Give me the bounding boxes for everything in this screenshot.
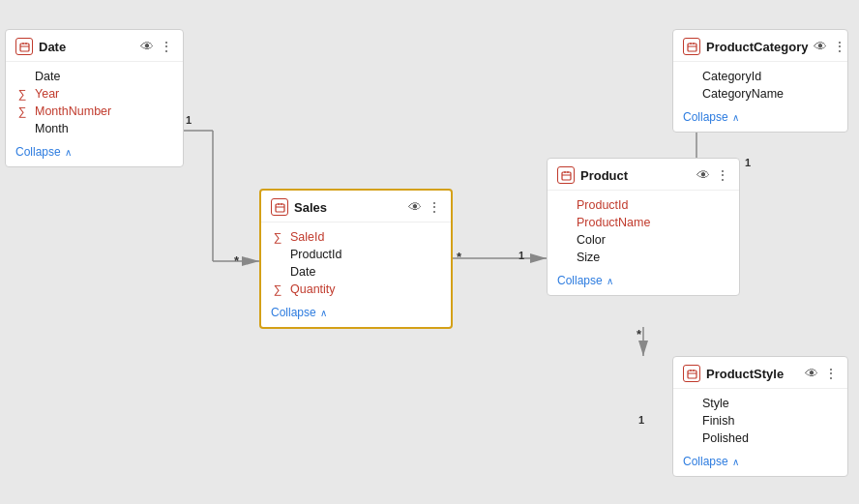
product-table-icon [557,166,575,184]
sales-table: Sales 👁 ⋮ ∑ SaleId ProductId Date ∑ Quan… [259,189,453,329]
date-collapse-link[interactable]: Collapse ∧ [6,141,183,166]
product-more-icon[interactable]: ⋮ [716,167,729,183]
product-category-field-categoryname-name: CategoryName [702,87,838,101]
product-collapse-chevron: ∧ [607,276,613,286]
date-collapse-chevron: ∧ [65,147,72,158]
date-table-title: Date [39,40,134,54]
product-style-field-polished-name: Polished [702,431,838,445]
product-category-field-categoryid: CategoryId [673,68,847,85]
product-style-field-finish: Finish [673,412,847,430]
product-style-table: ProductStyle 👁 ⋮ Style Finish Polished C… [672,356,848,477]
product-style-table-title: ProductStyle [706,367,799,381]
sales-table-title: Sales [294,200,402,215]
product-style-table-icon [683,365,700,382]
product-style-eye-icon[interactable]: 👁 [805,366,818,381]
product-style-field-style: Style [673,395,847,412]
product-style-field-polished: Polished [673,430,847,447]
svg-rect-12 [20,44,29,51]
product-field-color-name: Color [577,233,729,247]
sales-collapse-chevron: ∧ [320,308,327,318]
connector-label-style-1: 1 [638,414,644,426]
product-style-field-list: Style Finish Polished [673,389,847,451]
product-category-field-categoryid-name: CategoryId [702,70,838,83]
sales-header-actions: 👁 ⋮ [408,199,441,215]
sales-more-icon[interactable]: ⋮ [428,199,441,215]
date-field-month: Month [6,120,183,137]
product-category-table-header: ProductCategory 👁 ⋮ [673,30,847,62]
connector-label-sales-p-star: * [457,250,461,264]
date-table: Date 👁 ⋮ Date ∑ Year ∑ MonthNumber Month [5,29,184,167]
product-style-table-header: ProductStyle 👁 ⋮ [673,357,847,389]
connector-label-product-1: 1 [518,250,524,261]
date-field-list: Date ∑ Year ∑ MonthNumber Month [6,62,183,141]
product-category-sigma-categoryname [683,87,696,101]
product-eye-icon[interactable]: 👁 [696,167,710,183]
product-field-productname: ProductName [548,214,739,231]
product-field-productname-name: ProductName [577,216,729,229]
date-collapse-label: Collapse [15,145,61,159]
date-field-year-name: Year [35,87,173,101]
sales-sigma-productid-placeholder [271,248,284,261]
sales-field-productid-name: ProductId [290,248,441,261]
sales-table-header: Sales 👁 ⋮ [261,191,451,222]
product-category-header-actions: 👁 ⋮ [814,39,846,54]
product-field-size: Size [548,249,739,266]
product-style-more-icon[interactable]: ⋮ [824,366,838,381]
product-category-collapse-link[interactable]: Collapse ∧ [673,106,847,132]
product-category-table-icon [683,38,700,55]
date-field-month-name: Month [35,122,173,135]
product-category-field-categoryname: CategoryName [673,85,847,103]
sales-field-list: ∑ SaleId ProductId Date ∑ Quantity [261,222,451,302]
svg-marker-5 [530,253,547,263]
svg-rect-24 [688,44,696,51]
date-table-icon [15,38,33,55]
connector-label-sales-star: * [234,253,239,268]
svg-marker-3 [242,256,259,266]
date-field-monthnumber-name: MonthNumber [35,104,173,118]
date-field-monthnumber: ∑ MonthNumber [6,103,183,120]
date-field-date: Date [6,68,183,85]
product-style-collapse-chevron: ∧ [732,457,739,467]
date-table-header: Date 👁 ⋮ [6,30,183,62]
connector-label-style-star: * [637,327,641,341]
date-field-date-name: Date [35,70,173,83]
svg-rect-28 [688,371,696,378]
product-field-productid-name: ProductId [577,198,729,212]
date-more-icon[interactable]: ⋮ [160,39,173,54]
connector-label-cat-1: 1 [745,157,751,168]
product-category-sigma-categoryid [683,70,696,83]
product-collapse-label: Collapse [557,274,603,287]
sales-collapse-link[interactable]: Collapse ∧ [261,302,451,327]
sales-collapse-label: Collapse [271,306,316,319]
product-style-field-finish-name: Finish [702,414,838,428]
product-sigma-size-placeholder [557,251,571,264]
sales-sigma-quantity: ∑ [271,282,284,296]
sales-field-date-name: Date [290,265,441,279]
svg-marker-11 [638,341,648,356]
product-category-field-list: CategoryId CategoryName [673,62,847,106]
date-sigma-monthnumber: ∑ [15,104,29,118]
sales-field-date: Date [261,263,451,281]
product-collapse-link[interactable]: Collapse ∧ [548,270,739,295]
date-sigma-placeholder [15,70,29,83]
product-field-color: Color [548,231,739,249]
sales-eye-icon[interactable]: 👁 [408,199,422,215]
product-category-more-icon[interactable]: ⋮ [833,39,846,54]
sales-field-quantity-name: Quantity [290,282,441,296]
product-table-title: Product [580,168,691,183]
product-field-productid: ProductId [548,196,739,214]
product-category-collapse-chevron: ∧ [732,112,739,123]
product-field-size-name: Size [577,251,729,264]
product-sigma-productname-placeholder [557,216,571,229]
sales-sigma-saleid: ∑ [271,230,284,244]
product-sigma-productid-placeholder [557,198,571,212]
date-eye-icon[interactable]: 👁 [140,39,154,54]
product-style-collapse-label: Collapse [683,455,728,468]
product-category-eye-icon[interactable]: 👁 [814,39,827,54]
date-sigma-year: ∑ [15,87,29,101]
product-category-table: ProductCategory 👁 ⋮ CategoryId CategoryN… [672,29,848,133]
product-style-collapse-link[interactable]: Collapse ∧ [673,451,847,476]
date-sigma-month-placeholder [15,122,29,135]
date-field-year: ∑ Year [6,85,183,103]
svg-rect-16 [276,204,284,212]
